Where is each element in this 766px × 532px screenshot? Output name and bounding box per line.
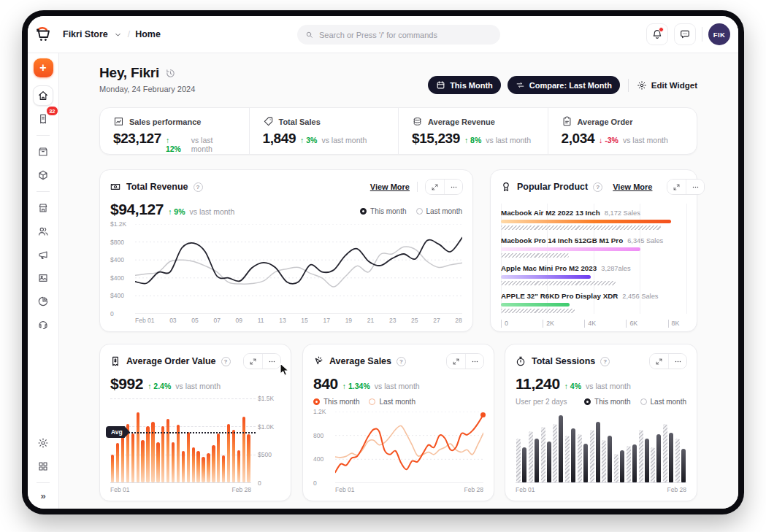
edit-widget-button[interactable]: Edit Widget — [637, 80, 697, 90]
bar-last-month[interactable] — [651, 447, 655, 483]
legend-last-month[interactable]: Last month — [416, 207, 462, 215]
legend-last-month[interactable]: Last month — [640, 398, 686, 406]
bar[interactable] — [116, 443, 119, 482]
bar-last-month[interactable] — [590, 430, 594, 482]
sidebar-item-media[interactable] — [33, 268, 53, 288]
bar[interactable] — [131, 433, 134, 482]
store-switcher[interactable]: Fikri Store — [63, 29, 108, 39]
sidebar-item-home[interactable] — [33, 85, 53, 106]
search-bar[interactable] — [297, 25, 500, 45]
bar-last-month[interactable] — [602, 440, 606, 482]
help-icon[interactable]: ? — [593, 182, 602, 192]
bar-this-month[interactable] — [596, 422, 600, 482]
legend-this-month[interactable]: This month — [584, 398, 630, 406]
bar[interactable] — [182, 451, 185, 482]
sidebar-item-marketing[interactable] — [33, 244, 53, 265]
bar[interactable] — [222, 455, 225, 482]
bar-last-month[interactable] — [578, 434, 582, 482]
bar[interactable] — [192, 447, 195, 482]
product-row[interactable]: APPLE 32" R6KD Pro Display XDR2,456 Sale… — [501, 292, 686, 313]
expand-button[interactable] — [650, 354, 668, 369]
sidebar-item-support[interactable] — [33, 315, 53, 335]
sidebar-item-store[interactable] — [33, 198, 53, 218]
compare-button[interactable]: Compare: Last Month — [508, 76, 620, 94]
bar[interactable] — [141, 440, 144, 482]
bar[interactable] — [237, 450, 240, 482]
view-more-link[interactable]: View More — [370, 182, 410, 191]
bar-this-month[interactable] — [632, 444, 637, 482]
sidebar-item-apps[interactable] — [33, 456, 53, 477]
bar-this-month[interactable] — [608, 436, 612, 482]
sidebar-item-products[interactable] — [33, 165, 53, 185]
bar-this-month[interactable] — [571, 428, 575, 482]
view-more-link[interactable]: View More — [613, 182, 652, 191]
bar-this-month[interactable] — [669, 433, 673, 482]
legend-this-month[interactable]: This month — [360, 207, 406, 215]
bar-last-month[interactable] — [639, 430, 643, 482]
bar[interactable] — [146, 426, 149, 482]
add-button[interactable]: + — [34, 58, 53, 77]
more-button[interactable] — [465, 354, 483, 369]
legend-this-month[interactable]: This month — [313, 398, 359, 406]
bar-this-month[interactable] — [535, 439, 539, 482]
sidebar-item-inventory[interactable] — [33, 142, 53, 162]
sidebar-item-settings[interactable] — [33, 433, 53, 453]
bar[interactable] — [207, 453, 210, 482]
bar-last-month[interactable] — [675, 439, 680, 482]
bar-this-month[interactable] — [620, 450, 624, 482]
bar[interactable] — [111, 455, 114, 482]
notifications-button[interactable] — [646, 23, 668, 45]
sidebar-item-analytics[interactable] — [33, 291, 53, 312]
bar-this-month[interactable] — [645, 439, 649, 482]
bar-last-month[interactable] — [565, 436, 570, 482]
bar[interactable] — [247, 434, 250, 482]
bar[interactable] — [161, 426, 164, 482]
help-icon[interactable]: ? — [600, 357, 610, 366]
more-button[interactable] — [444, 180, 462, 194]
bar-last-month[interactable] — [541, 427, 545, 482]
bar[interactable] — [137, 412, 139, 482]
expand-button[interactable] — [667, 180, 686, 194]
expand-button[interactable] — [447, 354, 465, 369]
bar[interactable] — [212, 445, 215, 482]
bar[interactable] — [156, 442, 159, 482]
more-button[interactable] — [262, 354, 280, 369]
bar-this-month[interactable] — [559, 415, 563, 482]
bar-this-month[interactable] — [656, 434, 661, 482]
product-row[interactable]: Apple Mac Mini Pro M2 20233,287ales — [501, 264, 686, 285]
bar-this-month[interactable] — [681, 449, 686, 482]
bar-this-month[interactable] — [547, 442, 551, 482]
product-row[interactable]: Macbook Pro 14 Inch 512GB M1 Pro6,345 Sa… — [501, 236, 686, 258]
bar[interactable] — [202, 457, 204, 482]
avatar[interactable]: FIK — [708, 23, 730, 45]
bar-last-month[interactable] — [553, 424, 557, 482]
bar-last-month[interactable] — [663, 424, 667, 482]
bar-last-month[interactable] — [627, 446, 631, 482]
sidebar-item-orders[interactable]: 32 — [33, 109, 53, 129]
expand-button[interactable] — [244, 354, 262, 369]
bar[interactable] — [217, 433, 220, 482]
bar[interactable] — [172, 442, 175, 482]
more-button[interactable] — [668, 354, 686, 369]
product-row[interactable]: Macbook Air M2 2022 13 Inch8,172 Sales — [501, 209, 686, 230]
app-logo[interactable] — [28, 25, 58, 44]
help-icon[interactable]: ? — [397, 357, 406, 366]
legend-last-month[interactable]: Last month — [369, 398, 415, 406]
bar[interactable] — [232, 430, 235, 482]
bar[interactable] — [151, 422, 154, 482]
help-icon[interactable]: ? — [221, 357, 231, 366]
bar-this-month[interactable] — [522, 447, 526, 483]
bar[interactable] — [166, 419, 169, 482]
this-month-button[interactable]: This Month — [428, 76, 501, 94]
bar[interactable] — [121, 436, 124, 482]
bar[interactable] — [242, 417, 245, 482]
search-input[interactable] — [319, 31, 493, 39]
bar-last-month[interactable] — [516, 439, 521, 482]
breadcrumb-current[interactable]: Home — [135, 29, 161, 39]
sidebar-collapse-button[interactable]: » — [40, 490, 45, 501]
bar-this-month[interactable] — [583, 444, 588, 482]
expand-button[interactable] — [426, 180, 444, 194]
chevron-down-icon[interactable] — [113, 30, 123, 39]
bar-last-month[interactable] — [529, 431, 533, 482]
bar-last-month[interactable] — [614, 454, 618, 482]
